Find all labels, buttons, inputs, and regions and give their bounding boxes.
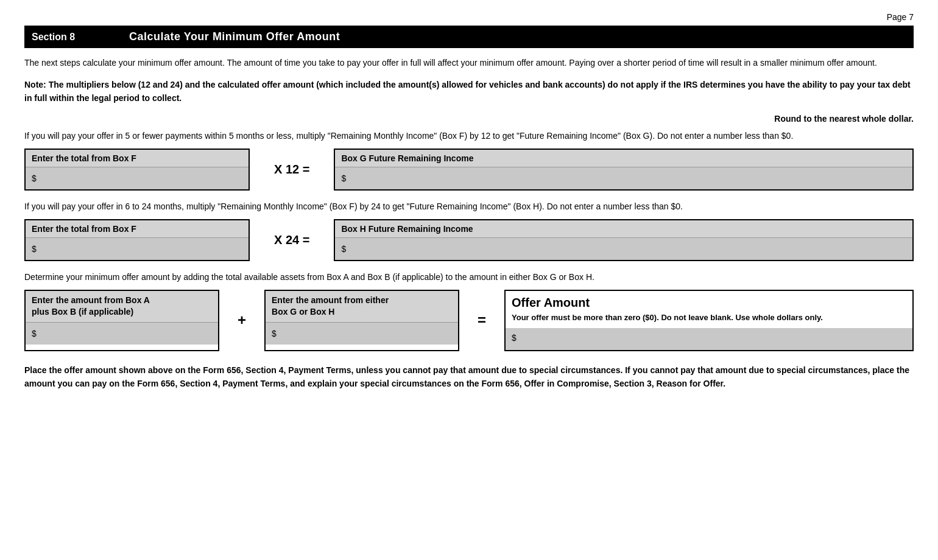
equals-operator: = bbox=[459, 290, 504, 351]
box-f-12-field[interactable]: $ bbox=[26, 167, 249, 189]
page-number: Page 7 bbox=[24, 12, 914, 22]
plus-operator: + bbox=[219, 290, 264, 351]
box-f-24-field[interactable]: $ bbox=[26, 238, 249, 260]
section-label: Section 8 bbox=[32, 32, 105, 43]
calc-row-12: Enter the total from Box F $ X 12 = Box … bbox=[24, 149, 914, 191]
box-gh-line1: Enter the amount from either bbox=[272, 295, 389, 305]
offer-amount-field[interactable]: $ bbox=[506, 328, 912, 350]
instruction-final: Determine your minimum offer amount by a… bbox=[24, 271, 914, 284]
box-gh-field[interactable]: $ bbox=[266, 323, 458, 345]
box-ab-line1: Enter the amount from Box A bbox=[32, 295, 150, 305]
box-h-header: Box H Future Remaining Income bbox=[335, 220, 912, 238]
section-header: Section 8 Calculate Your Minimum Offer A… bbox=[24, 26, 914, 48]
box-ab: Enter the amount from Box A plus Box B (… bbox=[24, 290, 219, 351]
operator-24: X 24 = bbox=[250, 233, 334, 247]
note-text: Note: The multipliers below (12 and 24) … bbox=[24, 78, 914, 105]
offer-amount-title: Offer Amount bbox=[512, 296, 906, 310]
box-h-field[interactable]: $ bbox=[335, 238, 912, 260]
section-title: Calculate Your Minimum Offer Amount bbox=[129, 30, 340, 43]
box-ab-field[interactable]: $ bbox=[26, 323, 218, 345]
box-gh: Enter the amount from either Box G or Bo… bbox=[264, 290, 459, 351]
intro-text: The next steps calculate your minimum of… bbox=[24, 57, 914, 69]
box-gh-header: Enter the amount from either Box G or Bo… bbox=[266, 291, 458, 323]
box-f-24: Enter the total from Box F $ bbox=[24, 219, 250, 261]
box-g: Box G Future Remaining Income $ bbox=[334, 149, 914, 191]
calc-row-24: Enter the total from Box F $ X 24 = Box … bbox=[24, 219, 914, 261]
box-gh-line2: Box G or Box H bbox=[272, 307, 334, 317]
box-g-field[interactable]: $ bbox=[335, 167, 912, 189]
footer-text: Place the offer amount shown above on th… bbox=[24, 363, 914, 391]
box-ab-line2: plus Box B (if applicable) bbox=[32, 307, 133, 317]
instruction-24: If you will pay your offer in 6 to 24 mo… bbox=[24, 200, 914, 213]
operator-12: X 12 = bbox=[250, 163, 334, 177]
box-ab-header: Enter the amount from Box A plus Box B (… bbox=[26, 291, 218, 323]
box-f-12: Enter the total from Box F $ bbox=[24, 149, 250, 191]
box-h: Box H Future Remaining Income $ bbox=[334, 219, 914, 261]
round-note: Round to the nearest whole dollar. bbox=[24, 114, 914, 124]
offer-amount-box: Offer Amount Your offer must be more tha… bbox=[504, 290, 914, 351]
offer-amount-header: Offer Amount Your offer must be more tha… bbox=[506, 291, 912, 324]
instruction-12: If you will pay your offer in 5 or fewer… bbox=[24, 130, 914, 142]
box-f-24-header: Enter the total from Box F bbox=[26, 220, 249, 238]
offer-amount-subtitle: Your offer must be more than zero ($0). … bbox=[512, 312, 906, 323]
box-g-header: Box G Future Remaining Income bbox=[335, 150, 912, 167]
box-f-12-header: Enter the total from Box F bbox=[26, 150, 249, 167]
bottom-calc-row: Enter the amount from Box A plus Box B (… bbox=[24, 290, 914, 351]
